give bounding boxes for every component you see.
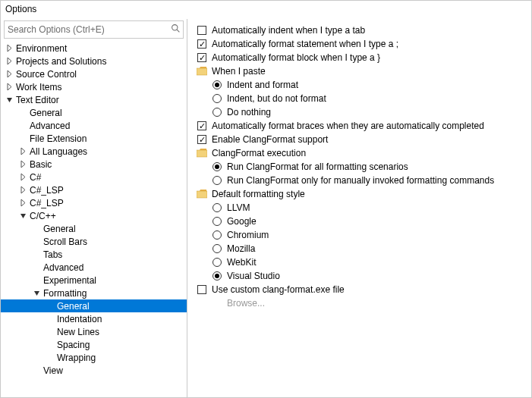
tree-item[interactable]: Scroll Bars	[1, 235, 187, 248]
tree-item-label: C#	[30, 172, 41, 183]
checkbox-icon[interactable]: ✓	[197, 52, 207, 63]
expand-icon[interactable]	[5, 96, 14, 104]
expand-icon[interactable]	[19, 160, 27, 168]
tree-item[interactable]: Source Control	[1, 67, 187, 80]
option-label: Enable ClangFormat support	[212, 134, 328, 145]
tree-item-label: Text Editor	[16, 95, 59, 105]
checkbox-icon[interactable]	[197, 284, 207, 295]
checkbox-icon[interactable]: ✓	[197, 39, 207, 49]
tree-item[interactable]: Indentation	[1, 312, 187, 325]
option-row[interactable]: Run ClangFormat for all formatting scena…	[197, 160, 531, 174]
option-label: Automatically format braces when they ar…	[212, 121, 484, 131]
option-row[interactable]: Indent and format	[197, 78, 531, 92]
expand-icon[interactable]	[5, 57, 14, 65]
radio-icon[interactable]	[212, 257, 222, 268]
option-row[interactable]: ✓Automatically format braces when they a…	[197, 119, 531, 133]
search-box[interactable]	[4, 20, 184, 39]
option-label: Default formatting style	[212, 189, 305, 199]
folder-icon	[197, 148, 207, 158]
expand-icon[interactable]	[19, 199, 27, 207]
option-label: Chromium	[227, 230, 269, 240]
option-row[interactable]: ✓Enable ClangFormat support	[197, 133, 531, 146]
tree-item[interactable]: New Lines	[1, 325, 187, 338]
tree-item-label: Environment	[16, 43, 67, 54]
tree-item[interactable]: Text Editor	[1, 93, 187, 106]
tree-item[interactable]: General	[1, 106, 187, 119]
option-row[interactable]: Automatically indent when I type a tab	[197, 24, 531, 37]
tree-item[interactable]: C/C++	[1, 209, 187, 222]
option-label: LLVM	[227, 202, 250, 213]
svg-rect-3	[197, 150, 207, 157]
expand-icon[interactable]	[19, 147, 27, 155]
tree-item[interactable]: Projects and Solutions	[1, 55, 187, 67]
expand-icon[interactable]	[5, 44, 14, 52]
checkbox-icon[interactable]: ✓	[197, 121, 207, 131]
tree-item-label: General	[30, 108, 62, 118]
option-row[interactable]: LLVM	[197, 201, 531, 215]
tree-item[interactable]: Wrapping	[1, 351, 187, 364]
tree-item[interactable]: General	[1, 299, 187, 312]
option-row[interactable]: Do nothing	[197, 105, 531, 119]
navigation-tree[interactable]: EnvironmentProjects and SolutionsSource …	[1, 42, 187, 397]
checkbox-icon[interactable]: ✓	[197, 134, 207, 145]
tree-item-label: C#_LSP	[30, 198, 64, 208]
tree-item[interactable]: Tabs	[1, 248, 187, 261]
expand-icon[interactable]	[5, 70, 14, 78]
expand-icon[interactable]	[33, 289, 41, 297]
tree-item[interactable]: Advanced	[1, 261, 187, 274]
checkbox-icon[interactable]	[197, 25, 207, 36]
radio-icon[interactable]	[212, 271, 222, 281]
tree-item[interactable]: C#_LSP	[1, 183, 187, 196]
options-panel: Automatically indent when I type a tab✓A…	[187, 19, 531, 397]
tree-item[interactable]: File Extension	[1, 132, 187, 145]
radio-icon[interactable]	[212, 230, 222, 240]
option-label: Automatically format statement when I ty…	[212, 39, 398, 49]
option-row[interactable]: ✓Automatically format block when I type …	[197, 51, 531, 64]
radio-icon[interactable]	[212, 93, 222, 104]
option-row[interactable]: Google	[197, 215, 531, 228]
tree-item[interactable]: View	[1, 364, 187, 377]
expand-icon[interactable]	[5, 83, 14, 91]
tree-item[interactable]: All Languages	[1, 145, 187, 158]
options-dialog: Options EnvironmentProjects and Solution…	[0, 0, 532, 398]
option-row[interactable]: Run ClangFormat only for manually invoke…	[197, 174, 531, 187]
radio-icon[interactable]	[212, 202, 222, 213]
tree-item[interactable]: Experimental	[1, 274, 187, 287]
expand-icon[interactable]	[19, 186, 27, 194]
option-label: WebKit	[227, 257, 256, 268]
tree-spacer	[46, 353, 55, 362]
tree-item-label: File Extension	[30, 133, 87, 144]
expand-icon[interactable]	[19, 173, 27, 181]
expand-icon[interactable]	[19, 212, 27, 220]
radio-icon[interactable]	[212, 107, 222, 118]
tree-item[interactable]: Spacing	[1, 338, 187, 351]
tree-item[interactable]: Environment	[1, 42, 187, 55]
radio-icon[interactable]	[212, 161, 222, 172]
tree-item[interactable]: Advanced	[1, 119, 187, 132]
option-row[interactable]: Indent, but do not format	[197, 92, 531, 105]
option-row[interactable]: WebKit	[197, 255, 531, 269]
tree-item[interactable]: C#_LSP	[1, 196, 187, 209]
radio-icon[interactable]	[212, 216, 222, 227]
tree-item[interactable]: Work Items	[1, 80, 187, 93]
tree-item[interactable]: General	[1, 222, 187, 235]
tree-item[interactable]: Basic	[1, 158, 187, 171]
folder-icon	[197, 66, 207, 77]
tree-item[interactable]: Formatting	[1, 287, 187, 299]
option-row[interactable]: Chromium	[197, 228, 531, 242]
tree-item[interactable]: C#	[1, 171, 187, 183]
tree-spacer	[33, 276, 41, 284]
option-row[interactable]: Mozilla	[197, 242, 531, 255]
tree-item-label: Advanced	[30, 121, 70, 131]
radio-icon[interactable]	[212, 80, 222, 90]
search-input[interactable]	[5, 23, 168, 36]
radio-icon[interactable]	[212, 243, 222, 254]
option-row[interactable]: Visual Studio	[197, 269, 531, 283]
option-row[interactable]: ✓Automatically format statement when I t…	[197, 37, 531, 51]
option-label: Do nothing	[227, 107, 271, 118]
tree-item-label: C#_LSP	[30, 185, 64, 196]
option-label: Automatically indent when I type a tab	[212, 25, 365, 36]
tree-item-label: General	[57, 301, 90, 312]
option-row[interactable]: Use custom clang-format.exe file	[197, 283, 531, 296]
radio-icon[interactable]	[212, 175, 222, 186]
